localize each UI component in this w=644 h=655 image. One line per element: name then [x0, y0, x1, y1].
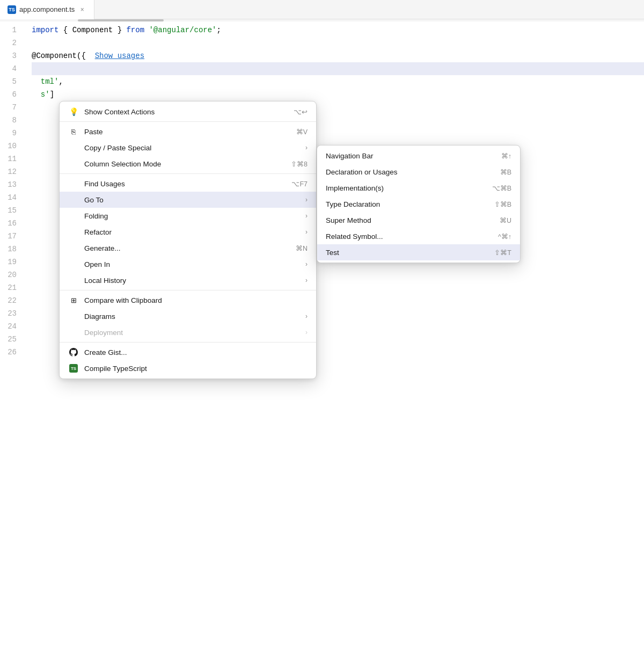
- menu-item-paste[interactable]: ⎘ Paste ⌘V: [60, 123, 316, 140]
- menu-item-diagrams[interactable]: Diagrams ›: [60, 308, 316, 324]
- shortcut-declaration-usages: ⌘B: [500, 168, 511, 176]
- arrow-icon-goto: ›: [305, 196, 308, 203]
- tab-label: app.component.ts: [19, 5, 75, 13]
- code-line-3: @Component({ Show usages: [32, 49, 644, 62]
- menu-label-deployment: Deployment: [84, 329, 301, 337]
- compile-icon: TS: [68, 363, 79, 374]
- editor: TS app.component.ts × 12345 678910 11121…: [0, 0, 644, 655]
- show-usages-link[interactable]: Show usages: [95, 49, 144, 62]
- menu-item-deployment: Deployment ›: [60, 324, 316, 340]
- submenu-label-related-symbol: Related Symbol...: [326, 232, 489, 241]
- menu-item-column-selection[interactable]: Column Selection Mode ⇧⌘8: [60, 156, 316, 172]
- no-icon-folding: [68, 210, 79, 221]
- paste-icon: ⎘: [68, 126, 79, 137]
- menu-label-folding: Folding: [84, 212, 301, 220]
- menu-label-create-gist: Create Gist...: [84, 348, 308, 356]
- compare-icon: ⊞: [68, 295, 79, 305]
- menu-label-show-context-actions: Show Context Actions: [84, 108, 281, 116]
- submenu-go-to: Navigation Bar ⌘↑ Declaration or Usages …: [317, 145, 521, 263]
- no-icon-column: [68, 158, 79, 169]
- menu-item-folding[interactable]: Folding ›: [60, 208, 316, 224]
- menu-label-refactor: Refactor: [84, 228, 301, 236]
- shortcut-test: ⇧⌘T: [494, 249, 511, 257]
- shortcut-implementations: ⌥⌘B: [492, 184, 511, 192]
- submenu-item-super-method[interactable]: Super Method ⌘U: [317, 212, 520, 228]
- shortcut-type-declaration: ⇧⌘B: [494, 200, 511, 208]
- menu-item-generate[interactable]: Generate... ⌘N: [60, 240, 316, 256]
- menu-item-open-in[interactable]: Open In ›: [60, 256, 316, 272]
- submenu-label-implementations: Implementation(s): [326, 184, 484, 192]
- code-line-2: [32, 37, 644, 49]
- menu-label-generate: Generate...: [84, 244, 283, 252]
- shortcut-paste: ⌘V: [296, 128, 308, 136]
- code-line-6: s']: [32, 88, 644, 101]
- menu-label-diagrams: Diagrams: [84, 312, 301, 321]
- menu-label-copy-paste-special: Copy / Paste Special: [84, 144, 301, 152]
- submenu-item-implementations[interactable]: Implementation(s) ⌥⌘B: [317, 180, 520, 196]
- editor-tab[interactable]: TS app.component.ts ×: [0, 0, 94, 19]
- separator-4: [60, 342, 316, 343]
- shortcut-generate: ⌘N: [296, 244, 308, 252]
- submenu-item-declaration-usages[interactable]: Declaration or Usages ⌘B: [317, 164, 520, 180]
- submenu-label-type-declaration: Type Declaration: [326, 200, 486, 208]
- shortcut-super-method: ⌘U: [500, 216, 511, 224]
- menu-label-compare-clipboard: Compare with Clipboard: [84, 296, 308, 304]
- code-line-1: import { Component } from '@angular/core…: [32, 24, 644, 37]
- menu-label-local-history: Local History: [84, 276, 301, 285]
- tab-close-button[interactable]: ×: [78, 5, 86, 14]
- arrow-icon-copy-paste: ›: [305, 144, 308, 151]
- submenu-item-navigation-bar[interactable]: Navigation Bar ⌘↑: [317, 148, 520, 164]
- code-line-4: [32, 62, 644, 75]
- menu-item-create-gist[interactable]: Create Gist...: [60, 344, 316, 360]
- menu-label-open-in: Open In: [84, 260, 301, 268]
- shortcut-column-selection: ⇧⌘8: [291, 160, 308, 168]
- no-icon-generate: [68, 243, 79, 253]
- arrow-icon-deployment: ›: [305, 329, 308, 336]
- arrow-icon-refactor: ›: [305, 228, 308, 236]
- shortcut-related-symbol: ^⌘↑: [498, 232, 511, 241]
- submenu-label-navigation-bar: Navigation Bar: [326, 152, 493, 160]
- line-numbers: 12345 678910 1112131415 1617181920 21222…: [0, 24, 30, 359]
- submenu-item-type-declaration[interactable]: Type Declaration ⇧⌘B: [317, 196, 520, 212]
- menu-label-go-to: Go To: [84, 196, 301, 204]
- submenu-label-super-method: Super Method: [326, 216, 491, 224]
- code-line-5: tml',: [32, 75, 644, 88]
- menu-label-column-selection: Column Selection Mode: [84, 160, 278, 168]
- ts-file-icon: TS: [8, 5, 16, 14]
- separator-3: [60, 290, 316, 290]
- lightbulb-icon: 💡: [68, 106, 79, 117]
- arrow-icon-open-in: ›: [305, 260, 308, 268]
- menu-label-compile-typescript: Compile TypeScript: [84, 365, 308, 373]
- separator-1: [60, 121, 316, 122]
- arrow-icon-local-history: ›: [305, 276, 308, 284]
- menu-label-paste: Paste: [84, 128, 283, 136]
- submenu-label-declaration-usages: Declaration or Usages: [326, 168, 492, 176]
- no-icon-goto: [68, 194, 79, 205]
- scroll-thumb[interactable]: [78, 19, 164, 21]
- no-icon-find: [68, 178, 79, 189]
- separator-2: [60, 173, 316, 174]
- submenu-label-test: Test: [326, 249, 486, 257]
- menu-item-local-history[interactable]: Local History ›: [60, 272, 316, 288]
- menu-item-compare-clipboard[interactable]: ⊞ Compare with Clipboard: [60, 292, 316, 308]
- arrow-icon-folding: ›: [305, 212, 308, 220]
- arrow-icon-diagrams: ›: [305, 312, 308, 320]
- no-icon-open-in: [68, 259, 79, 270]
- tab-bar: TS app.component.ts ×: [0, 0, 644, 19]
- menu-item-show-context-actions[interactable]: 💡 Show Context Actions ⌥↩: [60, 104, 316, 120]
- submenu-item-test[interactable]: Test ⇧⌘T: [317, 244, 520, 260]
- no-icon-local-history: [68, 275, 79, 286]
- no-icon-copy-paste: [68, 142, 79, 153]
- menu-item-copy-paste-special[interactable]: Copy / Paste Special ›: [60, 140, 316, 156]
- shortcut-show-context-actions: ⌥↩: [294, 108, 308, 116]
- submenu-item-related-symbol[interactable]: Related Symbol... ^⌘↑: [317, 228, 520, 244]
- github-icon: [68, 347, 79, 358]
- shortcut-find-usages: ⌥F7: [291, 180, 308, 188]
- no-icon-deployment: [68, 327, 79, 338]
- menu-item-go-to[interactable]: Go To ›: [60, 192, 316, 208]
- menu-item-compile-typescript[interactable]: TS Compile TypeScript: [60, 360, 316, 376]
- menu-item-refactor[interactable]: Refactor ›: [60, 224, 316, 240]
- menu-item-find-usages[interactable]: Find Usages ⌥F7: [60, 176, 316, 192]
- no-icon-refactor: [68, 227, 79, 237]
- context-menu: 💡 Show Context Actions ⌥↩ ⎘ Paste ⌘V Cop…: [59, 101, 317, 379]
